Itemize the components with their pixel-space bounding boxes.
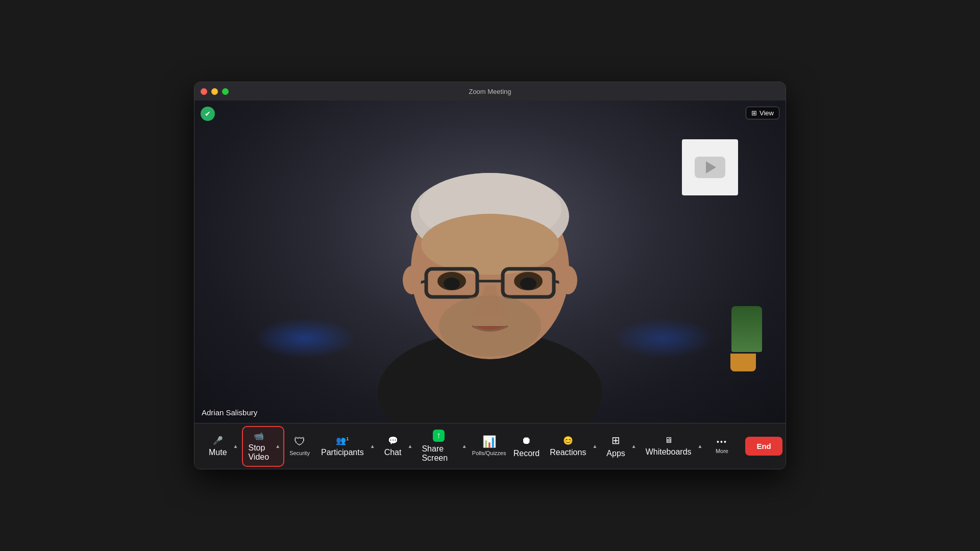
toolbar: 🎤 Mute ▲ 📹 Stop Video ▲ <box>194 423 786 469</box>
more-label: More <box>716 448 728 454</box>
chat-label: Chat <box>384 448 402 457</box>
security-badge: ✔ <box>201 107 215 121</box>
chat-arrow[interactable]: ▲ <box>406 439 416 453</box>
mute-arrow[interactable]: ▲ <box>231 439 241 453</box>
whiteboards-button[interactable]: 🖥 Whiteboards <box>641 432 696 461</box>
svg-point-17 <box>559 266 577 294</box>
share-screen-icon: ↑ <box>433 430 445 442</box>
record-control: ⏺ Record <box>508 431 544 462</box>
mute-control: 🎤 Mute ▲ <box>204 432 241 461</box>
stop-video-arrow[interactable]: ▲ <box>273 439 283 453</box>
apps-arrow[interactable]: ▲ <box>629 439 640 453</box>
reactions-control: 😊 Reactions ▲ <box>545 432 600 461</box>
apps-control: ⊞ Apps ▲ <box>601 430 639 462</box>
toolbar-left: 🎤 Mute ▲ 📹 Stop Video ▲ <box>204 426 284 467</box>
title-bar: Zoom Meeting <box>194 82 786 101</box>
shelf-item <box>682 139 738 195</box>
chevron-up-icon-video: ▲ <box>275 443 280 449</box>
youtube-logo <box>695 157 725 178</box>
record-label: Record <box>513 449 540 458</box>
plant-pot <box>730 354 756 371</box>
more-icon: ••• <box>717 438 727 445</box>
share-screen-control: ↑ Share Screen ▲ <box>416 425 470 467</box>
maximize-button[interactable] <box>222 88 229 95</box>
participants-arrow[interactable]: ▲ <box>368 439 378 453</box>
participants-button[interactable]: 👥1 Participants <box>316 432 368 461</box>
chat-icon: 💬 <box>388 436 398 445</box>
video-area: ✔ ⊞ View Adrian Salisbury <box>194 101 786 423</box>
participant-video <box>342 127 638 423</box>
stop-video-control: 📹 Stop Video ▲ <box>242 426 284 467</box>
participants-icon: 👥1 <box>336 436 349 445</box>
apps-label: Apps <box>606 449 625 458</box>
end-button[interactable]: End <box>745 437 782 456</box>
chevron-up-icon-reactions: ▲ <box>592 443 597 449</box>
security-button[interactable]: 🛡 Security <box>284 432 315 460</box>
share-screen-button[interactable]: ↑ Share Screen <box>416 425 459 467</box>
chevron-up-icon-chat: ▲ <box>408 443 413 449</box>
participants-control: 👥1 Participants ▲ <box>316 432 378 461</box>
polls-label: Polls/Quizzes <box>472 450 506 456</box>
security-label: Security <box>289 450 310 456</box>
minimize-button[interactable] <box>211 88 218 95</box>
svg-point-13 <box>444 278 460 290</box>
toolbar-right: End <box>737 437 782 456</box>
svg-point-16 <box>403 266 421 294</box>
mute-label: Mute <box>209 448 227 457</box>
record-icon: ⏺ <box>521 435 531 446</box>
share-screen-label: Share Screen <box>422 444 455 463</box>
whiteboards-label: Whiteboards <box>646 447 692 457</box>
toolbar-center: 🛡 Security 👥1 Participants ▲ 💬 Chat <box>284 425 737 467</box>
stop-video-label: Stop Video <box>248 443 269 462</box>
apps-button[interactable]: ⊞ Apps <box>601 430 629 462</box>
svg-point-5 <box>421 214 559 275</box>
record-button[interactable]: ⏺ Record <box>508 431 544 462</box>
ambient-light-left <box>254 318 356 359</box>
polls-icon: 📊 <box>482 436 496 447</box>
stop-video-button[interactable]: 📹 Stop Video <box>243 427 273 466</box>
chat-control: 💬 Chat ▲ <box>379 432 416 461</box>
close-button[interactable] <box>201 88 207 95</box>
chevron-up-icon-participants: ▲ <box>370 443 375 449</box>
reactions-icon: 😊 <box>563 436 573 445</box>
microphone-icon: 🎤 <box>213 436 223 445</box>
view-icon: ⊞ <box>751 109 757 117</box>
shield-icon: 🛡 <box>294 436 305 447</box>
more-button[interactable]: ••• More <box>706 434 737 458</box>
chevron-up-icon-whiteboards: ▲ <box>698 443 703 449</box>
apps-icon: ⊞ <box>611 434 620 446</box>
video-camera-icon: 📹 <box>254 431 264 441</box>
svg-point-14 <box>520 278 536 290</box>
view-button[interactable]: ⊞ View <box>746 107 779 119</box>
chevron-up-icon: ▲ <box>233 443 238 449</box>
polls-button[interactable]: 📊 Polls/Quizzes <box>471 432 507 460</box>
window-title: Zoom Meeting <box>469 88 511 95</box>
traffic-lights <box>201 88 229 95</box>
reactions-button[interactable]: 😊 Reactions <box>545 432 590 461</box>
participant-name: Adrian Salisbury <box>202 408 257 417</box>
play-icon <box>706 161 716 173</box>
mute-button[interactable]: 🎤 Mute <box>204 432 231 461</box>
chat-button[interactable]: 💬 Chat <box>379 432 406 461</box>
whiteboards-icon: 🖥 <box>665 436 673 445</box>
share-screen-arrow[interactable]: ▲ <box>460 439 470 453</box>
zoom-window: Zoom Meeting <box>194 82 786 469</box>
whiteboards-control: 🖥 Whiteboards ▲ <box>641 432 706 461</box>
plant-decoration <box>731 306 762 352</box>
chevron-up-icon-apps: ▲ <box>631 443 636 449</box>
whiteboards-arrow[interactable]: ▲ <box>696 439 706 453</box>
participants-label: Participants <box>321 448 364 457</box>
chevron-up-icon-share: ▲ <box>462 443 467 449</box>
reactions-arrow[interactable]: ▲ <box>590 439 600 453</box>
reactions-label: Reactions <box>550 448 586 457</box>
